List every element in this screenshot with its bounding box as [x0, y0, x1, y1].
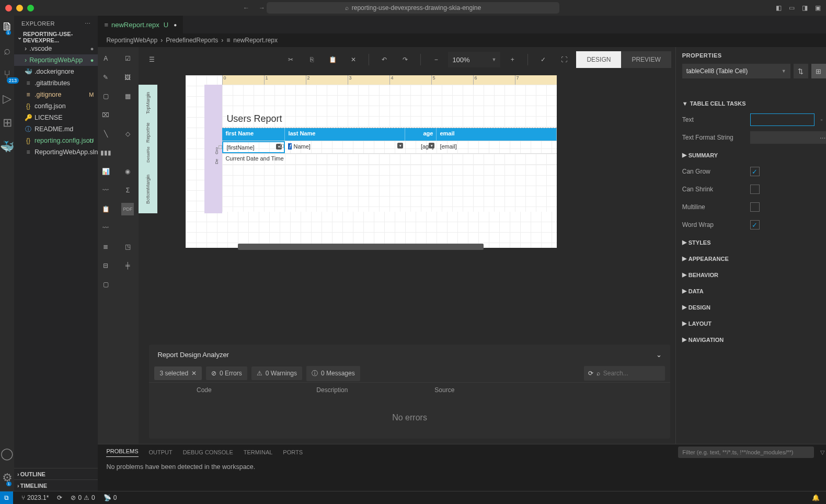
sidebar-more-icon[interactable]: ⋯: [85, 20, 91, 27]
table-tool-icon[interactable]: ▦: [121, 90, 134, 102]
extensions-icon[interactable]: ⊞: [3, 116, 12, 130]
section-layout[interactable]: ▶LAYOUT: [682, 315, 826, 331]
search-icon[interactable]: ⌕: [4, 44, 10, 58]
editor-tab[interactable]: ≡ newReport.repx U: [98, 16, 183, 33]
header-cell[interactable]: first Name: [222, 128, 285, 141]
analyzer-search-input[interactable]: [603, 370, 661, 377]
header-cell[interactable]: email: [437, 128, 557, 141]
barcode-tool-icon[interactable]: ▮▮▮: [99, 146, 112, 159]
tab-ports[interactable]: PORTS: [283, 449, 303, 455]
band-bottommargin[interactable]: BottomMargin: [139, 165, 157, 213]
report-footer[interactable]: Current Date and Time: [222, 153, 557, 165]
docker-icon[interactable]: 🐳: [0, 140, 14, 154]
section-summary[interactable]: ▶SUMMARY■: [682, 146, 826, 163]
signature-tool-icon[interactable]: 〰: [99, 222, 112, 234]
explorer-icon[interactable]: 🗎1: [2, 20, 13, 33]
settings-gear-icon[interactable]: ⚙1: [2, 471, 13, 485]
paste-icon[interactable]: 📋: [324, 51, 341, 68]
breadcrumbs[interactable]: ReportingWebApp› PredefinedReports› ≡ ne…: [98, 33, 826, 47]
layout-secondary-icon[interactable]: ◨: [802, 4, 808, 12]
detail-cell[interactable]: f Name]▾: [285, 141, 405, 153]
minimize-window-icon[interactable]: [16, 5, 23, 12]
redo-icon[interactable]: ↷: [396, 51, 414, 68]
panel-tool-icon[interactable]: ▢: [99, 90, 112, 102]
tree-item[interactable]: {}config.json: [14, 100, 98, 112]
analyzer-header[interactable]: Report Design Analyzer ⌄: [149, 345, 670, 364]
tab-debug[interactable]: DEBUG CONSOLE: [183, 449, 233, 455]
ports-status[interactable]: 📡0: [99, 494, 121, 501]
checkbox-tool-icon[interactable]: ☑: [121, 52, 134, 65]
section-data[interactable]: ▶DATA: [682, 282, 826, 299]
table-header-row[interactable]: first Name last Name age email: [222, 128, 557, 141]
clipboard-tool-icon[interactable]: 📋: [99, 203, 112, 215]
tree-item[interactable]: ›ReportingWebApp●: [14, 54, 98, 66]
run-debug-icon[interactable]: ▷: [3, 92, 12, 106]
workspace-root[interactable]: ⌄ REPORTING-USE-DEVEXPRE...: [14, 31, 98, 43]
section-navigation[interactable]: ▶NAVIGATION: [682, 331, 826, 347]
report-surface[interactable]: Users Report first Name last Name age em…: [222, 85, 557, 212]
toc-tool-icon[interactable]: ≣: [99, 240, 112, 253]
scrollbar-horizontal[interactable]: [238, 244, 484, 250]
tree-item[interactable]: {}reporting.config.jsonU: [14, 135, 98, 146]
tree-item[interactable]: ›.vscode●: [14, 43, 98, 54]
account-icon[interactable]: ◯: [1, 447, 14, 461]
problems-status[interactable]: ⊘0 ⚠0: [66, 494, 99, 501]
header-cell[interactable]: age: [405, 128, 437, 141]
filter-icon[interactable]: ▽: [820, 449, 824, 456]
band-reportheader[interactable]: ReportHe: [139, 121, 157, 144]
band-topmargin[interactable]: TopMargin: [139, 85, 157, 121]
zoom-in-icon[interactable]: +: [503, 51, 521, 68]
delete-icon[interactable]: ✕: [345, 51, 362, 68]
filter-warnings[interactable]: ⚠0 Warnings: [251, 366, 302, 380]
section-tasks[interactable]: ▼TABLE CELL TASKS: [682, 95, 826, 111]
timeline-section[interactable]: ›TIMELINE: [14, 479, 98, 491]
preview-button[interactable]: PREVIEW: [621, 51, 671, 68]
refresh-icon[interactable]: ⟳: [588, 370, 593, 377]
close-window-icon[interactable]: [5, 5, 12, 12]
pdf-tool-icon[interactable]: PDF: [121, 203, 134, 215]
section-styles[interactable]: ▶STYLES: [682, 234, 826, 250]
tab-terminal[interactable]: TERMINAL: [244, 449, 273, 455]
crossband-tool-icon[interactable]: ╪: [121, 259, 134, 272]
reset-icon[interactable]: ▫: [814, 116, 826, 123]
layout-primary-icon[interactable]: ◧: [776, 4, 782, 12]
zoom-out-icon[interactable]: −: [427, 51, 445, 68]
maximize-window-icon[interactable]: [27, 5, 34, 12]
detail-cell[interactable]: [email]: [437, 141, 557, 153]
picture-tool-icon[interactable]: 🖼: [121, 71, 134, 84]
canvas[interactable]: 01234567 TopMargin ReportHe DetailRe Bot…: [139, 72, 675, 334]
gauge-tool-icon[interactable]: ◉: [121, 165, 134, 178]
fullscreen-icon[interactable]: ⛶: [555, 51, 573, 68]
line-tool-icon[interactable]: ╲: [99, 128, 112, 140]
section-design[interactable]: ▶DESIGN: [682, 299, 826, 315]
tree-item[interactable]: ⓘREADME.md: [14, 123, 98, 135]
format-input[interactable]: …: [750, 131, 826, 144]
branch-status[interactable]: ⑂2023.1*: [17, 494, 53, 501]
layout-panel-icon[interactable]: ▭: [789, 4, 795, 12]
tree-item[interactable]: ≡.gitattributes: [14, 77, 98, 89]
tree-item[interactable]: ≡ReportingWebApp.sln: [14, 146, 98, 158]
filter-messages[interactable]: ⓘ0 Messages: [306, 366, 360, 381]
analyzer-search[interactable]: ⟳ ⌕: [584, 366, 665, 381]
charactercomb-tool-icon[interactable]: ⌧: [99, 109, 112, 121]
richtext-tool-icon[interactable]: ✎: [99, 71, 112, 84]
band-detail[interactable]: De: [213, 157, 221, 166]
remote-indicator[interactable]: ⧉: [0, 491, 13, 505]
sync-status[interactable]: ⟳: [53, 494, 66, 501]
copy-icon[interactable]: ⎘: [303, 51, 320, 68]
categorize-icon[interactable]: ⊞: [811, 64, 826, 78]
outline-section[interactable]: ›OUTLINE: [14, 468, 98, 479]
header-cell[interactable]: last Name: [285, 128, 405, 141]
detail-cell[interactable]: [age]▾: [405, 141, 437, 153]
shape-tool-icon[interactable]: ◇: [121, 128, 134, 140]
tree-item[interactable]: 🔑LICENSE: [14, 112, 98, 123]
pagebreak-tool-icon[interactable]: ⊟: [99, 259, 112, 272]
source-control-icon[interactable]: ⑂213: [4, 68, 10, 82]
zoom-level-select[interactable]: 100%: [448, 52, 500, 67]
section-appearance[interactable]: ▶APPEARANCE: [682, 250, 826, 266]
report-header-band[interactable]: Users Report: [222, 85, 557, 128]
cut-icon[interactable]: ✂: [282, 51, 300, 68]
element-selector[interactable]: tableCell8 (Table Cell): [682, 64, 790, 78]
filter-errors[interactable]: ⊘0 Errors: [206, 366, 247, 380]
undo-icon[interactable]: ↶: [375, 51, 393, 68]
